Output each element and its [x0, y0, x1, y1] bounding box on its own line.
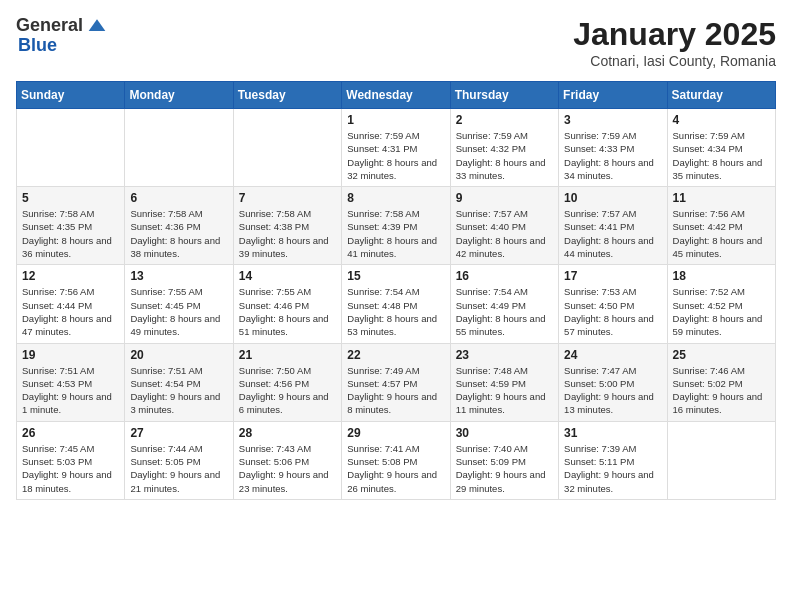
day-number: 8	[347, 191, 444, 205]
day-cell	[233, 109, 341, 187]
page-header: General Blue January 2025 Cotnari, Iasi …	[16, 16, 776, 69]
day-info: Sunrise: 7:57 AM Sunset: 4:40 PM Dayligh…	[456, 207, 553, 260]
day-info: Sunrise: 7:54 AM Sunset: 4:49 PM Dayligh…	[456, 285, 553, 338]
logo-blue-text: Blue	[16, 36, 107, 56]
day-cell: 3Sunrise: 7:59 AM Sunset: 4:33 PM Daylig…	[559, 109, 667, 187]
day-number: 16	[456, 269, 553, 283]
day-cell: 13Sunrise: 7:55 AM Sunset: 4:45 PM Dayli…	[125, 265, 233, 343]
day-cell: 21Sunrise: 7:50 AM Sunset: 4:56 PM Dayli…	[233, 343, 341, 421]
weekday-header-saturday: Saturday	[667, 82, 775, 109]
day-info: Sunrise: 7:56 AM Sunset: 4:44 PM Dayligh…	[22, 285, 119, 338]
day-number: 5	[22, 191, 119, 205]
day-info: Sunrise: 7:54 AM Sunset: 4:48 PM Dayligh…	[347, 285, 444, 338]
day-info: Sunrise: 7:39 AM Sunset: 5:11 PM Dayligh…	[564, 442, 661, 495]
day-number: 7	[239, 191, 336, 205]
title-block: January 2025 Cotnari, Iasi County, Roman…	[573, 16, 776, 69]
day-cell: 16Sunrise: 7:54 AM Sunset: 4:49 PM Dayli…	[450, 265, 558, 343]
day-number: 27	[130, 426, 227, 440]
day-number: 30	[456, 426, 553, 440]
day-info: Sunrise: 7:46 AM Sunset: 5:02 PM Dayligh…	[673, 364, 770, 417]
day-info: Sunrise: 7:59 AM Sunset: 4:32 PM Dayligh…	[456, 129, 553, 182]
weekday-header-sunday: Sunday	[17, 82, 125, 109]
day-number: 21	[239, 348, 336, 362]
day-info: Sunrise: 7:45 AM Sunset: 5:03 PM Dayligh…	[22, 442, 119, 495]
weekday-header-friday: Friday	[559, 82, 667, 109]
day-number: 6	[130, 191, 227, 205]
day-number: 28	[239, 426, 336, 440]
week-row-2: 5Sunrise: 7:58 AM Sunset: 4:35 PM Daylig…	[17, 187, 776, 265]
logo-general-text: General	[16, 16, 83, 36]
day-cell: 5Sunrise: 7:58 AM Sunset: 4:35 PM Daylig…	[17, 187, 125, 265]
day-number: 20	[130, 348, 227, 362]
day-number: 12	[22, 269, 119, 283]
day-info: Sunrise: 7:43 AM Sunset: 5:06 PM Dayligh…	[239, 442, 336, 495]
day-number: 31	[564, 426, 661, 440]
day-cell: 1Sunrise: 7:59 AM Sunset: 4:31 PM Daylig…	[342, 109, 450, 187]
day-info: Sunrise: 7:59 AM Sunset: 4:34 PM Dayligh…	[673, 129, 770, 182]
weekday-header-wednesday: Wednesday	[342, 82, 450, 109]
day-number: 3	[564, 113, 661, 127]
day-cell: 14Sunrise: 7:55 AM Sunset: 4:46 PM Dayli…	[233, 265, 341, 343]
day-number: 29	[347, 426, 444, 440]
day-cell: 12Sunrise: 7:56 AM Sunset: 4:44 PM Dayli…	[17, 265, 125, 343]
day-cell: 20Sunrise: 7:51 AM Sunset: 4:54 PM Dayli…	[125, 343, 233, 421]
day-cell	[667, 421, 775, 499]
month-title: January 2025	[573, 16, 776, 53]
day-cell: 17Sunrise: 7:53 AM Sunset: 4:50 PM Dayli…	[559, 265, 667, 343]
svg-marker-0	[89, 19, 106, 31]
day-number: 17	[564, 269, 661, 283]
day-info: Sunrise: 7:41 AM Sunset: 5:08 PM Dayligh…	[347, 442, 444, 495]
day-cell: 25Sunrise: 7:46 AM Sunset: 5:02 PM Dayli…	[667, 343, 775, 421]
day-cell: 9Sunrise: 7:57 AM Sunset: 4:40 PM Daylig…	[450, 187, 558, 265]
day-number: 4	[673, 113, 770, 127]
day-number: 24	[564, 348, 661, 362]
day-cell: 19Sunrise: 7:51 AM Sunset: 4:53 PM Dayli…	[17, 343, 125, 421]
week-row-5: 26Sunrise: 7:45 AM Sunset: 5:03 PM Dayli…	[17, 421, 776, 499]
day-number: 11	[673, 191, 770, 205]
day-info: Sunrise: 7:52 AM Sunset: 4:52 PM Dayligh…	[673, 285, 770, 338]
day-cell: 8Sunrise: 7:58 AM Sunset: 4:39 PM Daylig…	[342, 187, 450, 265]
day-cell: 15Sunrise: 7:54 AM Sunset: 4:48 PM Dayli…	[342, 265, 450, 343]
day-info: Sunrise: 7:59 AM Sunset: 4:33 PM Dayligh…	[564, 129, 661, 182]
day-number: 23	[456, 348, 553, 362]
week-row-1: 1Sunrise: 7:59 AM Sunset: 4:31 PM Daylig…	[17, 109, 776, 187]
day-info: Sunrise: 7:44 AM Sunset: 5:05 PM Dayligh…	[130, 442, 227, 495]
day-cell: 4Sunrise: 7:59 AM Sunset: 4:34 PM Daylig…	[667, 109, 775, 187]
day-cell: 7Sunrise: 7:58 AM Sunset: 4:38 PM Daylig…	[233, 187, 341, 265]
day-info: Sunrise: 7:51 AM Sunset: 4:54 PM Dayligh…	[130, 364, 227, 417]
calendar-table: SundayMondayTuesdayWednesdayThursdayFrid…	[16, 81, 776, 500]
day-info: Sunrise: 7:50 AM Sunset: 4:56 PM Dayligh…	[239, 364, 336, 417]
day-info: Sunrise: 7:47 AM Sunset: 5:00 PM Dayligh…	[564, 364, 661, 417]
day-cell: 22Sunrise: 7:49 AM Sunset: 4:57 PM Dayli…	[342, 343, 450, 421]
day-info: Sunrise: 7:58 AM Sunset: 4:36 PM Dayligh…	[130, 207, 227, 260]
day-number: 9	[456, 191, 553, 205]
day-info: Sunrise: 7:58 AM Sunset: 4:35 PM Dayligh…	[22, 207, 119, 260]
day-cell: 26Sunrise: 7:45 AM Sunset: 5:03 PM Dayli…	[17, 421, 125, 499]
day-cell: 10Sunrise: 7:57 AM Sunset: 4:41 PM Dayli…	[559, 187, 667, 265]
weekday-header-tuesday: Tuesday	[233, 82, 341, 109]
day-info: Sunrise: 7:53 AM Sunset: 4:50 PM Dayligh…	[564, 285, 661, 338]
day-cell: 2Sunrise: 7:59 AM Sunset: 4:32 PM Daylig…	[450, 109, 558, 187]
day-cell: 31Sunrise: 7:39 AM Sunset: 5:11 PM Dayli…	[559, 421, 667, 499]
day-info: Sunrise: 7:51 AM Sunset: 4:53 PM Dayligh…	[22, 364, 119, 417]
day-info: Sunrise: 7:59 AM Sunset: 4:31 PM Dayligh…	[347, 129, 444, 182]
day-number: 2	[456, 113, 553, 127]
day-number: 13	[130, 269, 227, 283]
logo-icon	[87, 16, 107, 36]
week-row-4: 19Sunrise: 7:51 AM Sunset: 4:53 PM Dayli…	[17, 343, 776, 421]
day-cell: 27Sunrise: 7:44 AM Sunset: 5:05 PM Dayli…	[125, 421, 233, 499]
day-cell: 30Sunrise: 7:40 AM Sunset: 5:09 PM Dayli…	[450, 421, 558, 499]
day-number: 22	[347, 348, 444, 362]
day-number: 18	[673, 269, 770, 283]
day-info: Sunrise: 7:48 AM Sunset: 4:59 PM Dayligh…	[456, 364, 553, 417]
day-cell	[17, 109, 125, 187]
day-info: Sunrise: 7:49 AM Sunset: 4:57 PM Dayligh…	[347, 364, 444, 417]
day-number: 10	[564, 191, 661, 205]
day-number: 26	[22, 426, 119, 440]
day-cell: 23Sunrise: 7:48 AM Sunset: 4:59 PM Dayli…	[450, 343, 558, 421]
day-info: Sunrise: 7:57 AM Sunset: 4:41 PM Dayligh…	[564, 207, 661, 260]
day-info: Sunrise: 7:55 AM Sunset: 4:45 PM Dayligh…	[130, 285, 227, 338]
day-cell: 29Sunrise: 7:41 AM Sunset: 5:08 PM Dayli…	[342, 421, 450, 499]
day-number: 15	[347, 269, 444, 283]
day-info: Sunrise: 7:56 AM Sunset: 4:42 PM Dayligh…	[673, 207, 770, 260]
